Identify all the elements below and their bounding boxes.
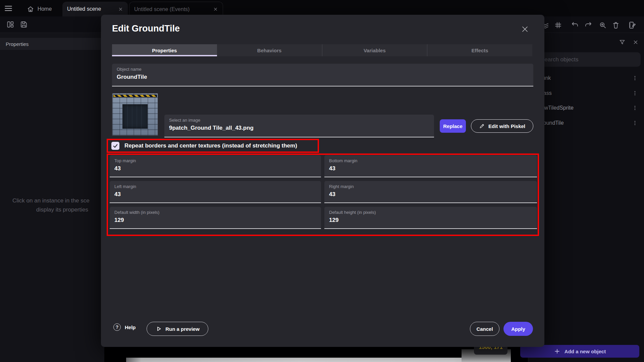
redo-icon xyxy=(584,21,592,29)
right-margin-input[interactable] xyxy=(329,191,532,198)
pencil-icon xyxy=(479,123,485,129)
funnel-icon xyxy=(619,39,626,46)
default-height-label: Default height (in pixels) xyxy=(329,210,376,215)
zoom-in-icon xyxy=(599,21,607,29)
replace-image-button[interactable]: Replace xyxy=(440,119,466,133)
grid-icon xyxy=(554,21,562,29)
bottom-margin-label: Bottom margin xyxy=(329,158,358,163)
tile-image-thumbnail[interactable] xyxy=(112,93,158,136)
save-button[interactable] xyxy=(18,19,30,30)
search-objects-input[interactable] xyxy=(536,52,641,67)
left-margin-field: Left margin xyxy=(110,181,321,203)
select-image-label: Select an image xyxy=(169,118,200,123)
checkmark-icon xyxy=(112,143,118,149)
trash-icon xyxy=(612,21,620,29)
right-margin-label: Right margin xyxy=(329,184,354,189)
default-width-input[interactable] xyxy=(114,217,316,224)
gdevelop-app: Home Untitled scene Untitled scene (Even… xyxy=(0,0,644,362)
left-margin-label: Left margin xyxy=(114,184,136,189)
edit-with-piskel-button[interactable]: Edit with Piskel xyxy=(471,119,533,133)
undo-icon xyxy=(571,21,579,29)
thumbnail-hazard-stripe xyxy=(113,95,157,97)
default-height-input[interactable] xyxy=(329,217,532,224)
kebab-icon xyxy=(632,120,638,126)
object-name-input[interactable] xyxy=(117,74,529,80)
default-width-label: Default width (in pixels) xyxy=(114,210,159,215)
layout-columns-icon xyxy=(6,20,14,28)
filter-objects-button[interactable] xyxy=(617,37,627,47)
tab-events-label: Untitled scene (Events) xyxy=(134,6,190,12)
bottom-margin-input[interactable] xyxy=(329,165,532,172)
top-tab-bar: Home Untitled scene Untitled scene (Even… xyxy=(0,0,644,16)
object-menu-button[interactable] xyxy=(630,103,640,113)
redo-button[interactable] xyxy=(582,19,594,31)
run-preview-label: Run a preview xyxy=(165,326,200,332)
edit-with-piskel-label: Edit with Piskel xyxy=(488,123,525,129)
select-image-field: Select an image xyxy=(164,115,434,137)
top-margin-input[interactable] xyxy=(114,165,316,172)
hamburger-icon xyxy=(4,4,13,13)
image-filename-input[interactable] xyxy=(169,125,429,131)
home-icon xyxy=(27,5,34,13)
kebab-icon xyxy=(632,90,638,96)
zoom-button[interactable] xyxy=(597,19,608,31)
object-menu-button[interactable] xyxy=(630,118,640,128)
tab-effects[interactable]: Effects xyxy=(427,44,532,56)
project-manager-button[interactable] xyxy=(5,19,16,30)
edit-note-icon xyxy=(628,21,636,29)
properties-panel-header: Properties xyxy=(0,38,104,50)
edit-object-dialog: Edit GroundTile Properties Behaviors Var… xyxy=(101,15,544,347)
question-icon: ? xyxy=(113,323,121,331)
close-tab-icon[interactable] xyxy=(118,7,123,12)
tab-untitled-scene[interactable]: Untitled scene xyxy=(62,2,128,16)
tab-behaviors[interactable]: Behaviors xyxy=(217,44,322,56)
apply-button[interactable]: Apply xyxy=(503,322,533,336)
tab-scene-label: Untitled scene xyxy=(67,6,101,12)
top-margin-field: Top margin xyxy=(110,155,321,177)
repeat-borders-checkbox[interactable] xyxy=(111,142,119,150)
dialog-close-button[interactable] xyxy=(521,25,530,34)
scene-canvas-edge xyxy=(126,358,511,362)
object-list-item[interactable]: Grass xyxy=(528,86,644,101)
kebab-icon xyxy=(632,75,638,81)
properties-hint-line2: display its properties xyxy=(36,206,88,213)
object-menu-button[interactable] xyxy=(630,73,640,83)
object-list-item[interactable]: GroundTile xyxy=(528,116,644,130)
edit-scene-button[interactable] xyxy=(627,19,638,31)
object-name-label: Object name xyxy=(117,67,142,72)
delete-button[interactable] xyxy=(610,19,622,31)
tab-variables[interactable]: Variables xyxy=(322,44,427,56)
close-objects-panel-button[interactable] xyxy=(631,37,641,47)
thumbnail-center xyxy=(122,104,148,129)
left-margin-input[interactable] xyxy=(114,191,316,198)
close-icon xyxy=(521,25,529,33)
right-margin-field: Right margin xyxy=(324,181,537,203)
close-icon xyxy=(633,39,639,45)
tab-home-label: Home xyxy=(38,6,52,12)
object-list-item[interactable]: Trunk xyxy=(528,71,644,85)
dialog-tab-bar: Properties Behaviors Variables Effects xyxy=(112,44,532,56)
tab-untitled-scene-events[interactable]: Untitled scene (Events) xyxy=(129,2,223,16)
menu-icon[interactable] xyxy=(4,4,15,13)
close-tab-icon[interactable] xyxy=(213,7,218,12)
object-menu-button[interactable] xyxy=(630,88,640,98)
kebab-icon xyxy=(632,105,638,111)
run-preview-button[interactable]: Run a preview xyxy=(147,322,208,336)
grid-button[interactable] xyxy=(552,19,564,31)
cancel-button[interactable]: Cancel xyxy=(470,322,499,336)
default-height-field: Default height (in pixels) xyxy=(324,207,537,229)
help-label: Help xyxy=(125,324,136,330)
tab-home[interactable]: Home xyxy=(17,2,61,16)
help-button[interactable]: ? Help xyxy=(113,323,136,331)
top-margin-label: Top margin xyxy=(114,158,136,163)
tab-properties[interactable]: Properties xyxy=(112,44,217,56)
object-list-item[interactable]: NewTiledSprite xyxy=(528,101,644,115)
add-new-object-label: Add a new object xyxy=(565,349,606,354)
object-name-field: Object name xyxy=(112,64,533,86)
dialog-title: Edit GroundTile xyxy=(112,23,180,34)
search-objects-box xyxy=(536,52,641,67)
bottom-margin-field: Bottom margin xyxy=(324,155,537,177)
undo-button[interactable] xyxy=(570,19,581,31)
properties-panel-title: Properties xyxy=(6,41,29,47)
save-icon xyxy=(20,20,28,28)
